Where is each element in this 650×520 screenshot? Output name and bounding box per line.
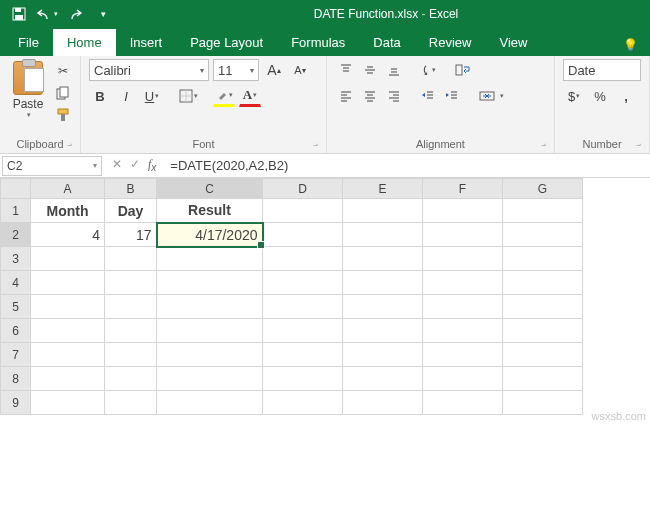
align-right-button[interactable] — [383, 85, 405, 107]
cell-e2[interactable] — [343, 223, 423, 247]
row-header-5[interactable]: 5 — [1, 295, 31, 319]
cell[interactable] — [503, 271, 583, 295]
cell-d2[interactable] — [263, 223, 343, 247]
percent-button[interactable]: % — [589, 85, 611, 107]
font-size-combo[interactable]: 11▾ — [213, 59, 259, 81]
cell[interactable] — [105, 295, 157, 319]
increase-indent-button[interactable] — [441, 85, 463, 107]
cell[interactable] — [157, 271, 263, 295]
cancel-icon[interactable]: ✕ — [112, 157, 122, 173]
orientation-button[interactable]: ⤹▾ — [417, 59, 439, 81]
cell[interactable] — [31, 343, 105, 367]
tab-home[interactable]: Home — [53, 29, 116, 56]
cell[interactable] — [423, 367, 503, 391]
align-top-button[interactable] — [335, 59, 357, 81]
align-left-button[interactable] — [335, 85, 357, 107]
row-header-3[interactable]: 3 — [1, 247, 31, 271]
col-header-d[interactable]: D — [263, 179, 343, 199]
cell[interactable] — [343, 295, 423, 319]
cell[interactable] — [423, 295, 503, 319]
cell[interactable] — [105, 391, 157, 415]
redo-icon[interactable] — [64, 3, 86, 25]
cell-g2[interactable] — [503, 223, 583, 247]
cell[interactable] — [423, 343, 503, 367]
increase-font-button[interactable]: A▴ — [263, 59, 285, 81]
select-all-corner[interactable] — [1, 179, 31, 199]
tell-me-icon[interactable]: 💡 — [623, 38, 638, 52]
font-color-button[interactable]: A▾ — [239, 85, 261, 107]
comma-button[interactable]: , — [615, 85, 637, 107]
enter-icon[interactable]: ✓ — [130, 157, 140, 173]
cell[interactable] — [423, 391, 503, 415]
col-header-e[interactable]: E — [343, 179, 423, 199]
cell[interactable] — [503, 367, 583, 391]
cell[interactable] — [343, 247, 423, 271]
cell[interactable] — [105, 367, 157, 391]
decrease-font-button[interactable]: A▾ — [289, 59, 311, 81]
cell[interactable] — [503, 391, 583, 415]
cell[interactable] — [423, 247, 503, 271]
align-middle-button[interactable] — [359, 59, 381, 81]
cell[interactable] — [157, 247, 263, 271]
row-header-9[interactable]: 9 — [1, 391, 31, 415]
row-header-4[interactable]: 4 — [1, 271, 31, 295]
cell[interactable] — [343, 367, 423, 391]
formula-bar[interactable]: =DATE(2020,A2,B2) — [166, 158, 650, 173]
cell-d1[interactable] — [263, 199, 343, 223]
tab-formulas[interactable]: Formulas — [277, 29, 359, 56]
cell[interactable] — [263, 343, 343, 367]
cell[interactable] — [31, 319, 105, 343]
accounting-format-button[interactable]: $▾ — [563, 85, 585, 107]
cell-b2[interactable]: 17 — [105, 223, 157, 247]
cell-c1[interactable]: Result — [157, 199, 263, 223]
copy-icon[interactable] — [54, 85, 72, 101]
cell[interactable] — [31, 391, 105, 415]
cell[interactable] — [343, 319, 423, 343]
cell-g1[interactable] — [503, 199, 583, 223]
name-box[interactable]: C2 ▾ — [2, 156, 102, 176]
save-icon[interactable] — [8, 3, 30, 25]
cell[interactable] — [343, 271, 423, 295]
cell[interactable] — [263, 247, 343, 271]
qat-customize-icon[interactable]: ▾ — [92, 3, 114, 25]
italic-button[interactable]: I — [115, 85, 137, 107]
cell-e1[interactable] — [343, 199, 423, 223]
cell-a2[interactable]: 4 — [31, 223, 105, 247]
tab-data[interactable]: Data — [359, 29, 414, 56]
fx-icon[interactable]: fx — [148, 157, 156, 173]
cell[interactable] — [105, 319, 157, 343]
tab-file[interactable]: File — [4, 29, 53, 56]
cell[interactable] — [31, 367, 105, 391]
cell[interactable] — [105, 343, 157, 367]
cell[interactable] — [157, 319, 263, 343]
cell[interactable] — [105, 271, 157, 295]
cell[interactable] — [423, 271, 503, 295]
merge-center-button[interactable]: ▾ — [475, 85, 508, 107]
cell[interactable] — [503, 295, 583, 319]
undo-icon[interactable]: ▾ — [36, 3, 58, 25]
col-header-g[interactable]: G — [503, 179, 583, 199]
align-center-button[interactable] — [359, 85, 381, 107]
row-header-6[interactable]: 6 — [1, 319, 31, 343]
cell[interactable] — [263, 391, 343, 415]
row-header-8[interactable]: 8 — [1, 367, 31, 391]
cut-icon[interactable]: ✂ — [54, 63, 72, 79]
tab-page-layout[interactable]: Page Layout — [176, 29, 277, 56]
cell-c2[interactable]: 4/17/2020 — [157, 223, 263, 247]
chevron-down-icon[interactable]: ▾ — [27, 111, 31, 119]
cell[interactable] — [31, 271, 105, 295]
col-header-b[interactable]: B — [105, 179, 157, 199]
row-header-1[interactable]: 1 — [1, 199, 31, 223]
cell-f2[interactable] — [423, 223, 503, 247]
cell[interactable] — [157, 367, 263, 391]
cell[interactable] — [503, 343, 583, 367]
col-header-f[interactable]: F — [423, 179, 503, 199]
cell[interactable] — [157, 343, 263, 367]
cell-a1[interactable]: Month — [31, 199, 105, 223]
align-bottom-button[interactable] — [383, 59, 405, 81]
number-format-combo[interactable]: Date — [563, 59, 641, 81]
cell[interactable] — [263, 271, 343, 295]
col-header-c[interactable]: C — [157, 179, 263, 199]
cell[interactable] — [343, 343, 423, 367]
cell[interactable] — [157, 391, 263, 415]
